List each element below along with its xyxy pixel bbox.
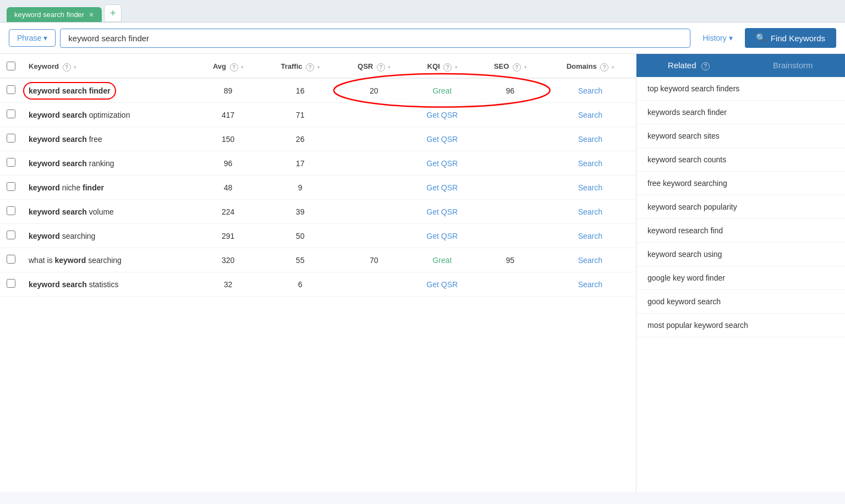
sidebar-item[interactable]: top keyword search finders (637, 77, 845, 101)
select-all-checkbox[interactable] (7, 62, 15, 70)
row-checkbox-cell (0, 127, 22, 151)
row-checkbox[interactable] (7, 134, 15, 143)
sidebar-item-label: keyword search popularity (648, 202, 737, 211)
row-traffic-cell: 50 (261, 224, 339, 248)
search-link[interactable]: Search (578, 135, 602, 144)
row-checkbox[interactable] (7, 182, 15, 191)
keyword-bold: keyword search (29, 207, 87, 216)
search-link[interactable]: Search (578, 86, 602, 95)
sidebar-item[interactable]: keyword research find (637, 219, 845, 243)
keyword-oval-wrap: keyword search finder (29, 86, 111, 95)
row-qsr-cell (339, 200, 409, 224)
avg-sort-icon[interactable]: ▾ (241, 65, 243, 70)
keyword-table: Keyword ? ▾ Avg ? ▾ Traffic ? ▾ (0, 54, 636, 297)
search-link[interactable]: Search (578, 280, 602, 289)
row-avg-cell: 48 (195, 176, 261, 200)
get-qsr-link[interactable]: Get QSR (426, 111, 458, 119)
sidebar-item[interactable]: keywords search finder (637, 101, 845, 124)
keyword-bold: keyword (29, 232, 60, 240)
qsr-info-icon[interactable]: ? (377, 63, 385, 72)
search-input[interactable] (60, 29, 690, 48)
row-seo-cell (476, 103, 545, 127)
row-domains-cell: Search (545, 103, 636, 127)
tab-close-icon[interactable]: ✕ (89, 11, 94, 19)
row-traffic-cell: 9 (261, 176, 339, 200)
qsr-sort-icon[interactable]: ▾ (388, 65, 390, 70)
kqi-info-icon[interactable]: ? (443, 63, 452, 72)
related-info-icon[interactable]: ? (701, 62, 710, 70)
search-link[interactable]: Search (578, 232, 602, 240)
col-domains: Domains ? ▾ (545, 54, 636, 78)
table-row: keyword search free 150 26 Get QSR Searc… (0, 127, 636, 151)
row-checkbox-cell (0, 78, 22, 103)
row-keyword-cell: keyword search optimization (22, 103, 195, 127)
avg-info-icon[interactable]: ? (230, 63, 238, 72)
sidebar-item[interactable]: keyword search popularity (637, 195, 845, 219)
kqi-badge: Great (432, 256, 452, 265)
row-seo-cell (476, 200, 545, 224)
row-traffic-cell: 71 (261, 103, 339, 127)
get-qsr-link[interactable]: Get QSR (426, 183, 458, 192)
row-kqi-cell: Get QSR (409, 200, 476, 224)
row-domains-cell: Search (545, 272, 636, 297)
seo-sort-icon[interactable]: ▾ (524, 65, 526, 70)
domains-sort-icon[interactable]: ▾ (612, 65, 614, 70)
row-kqi-cell: Get QSR (409, 272, 476, 297)
row-keyword-cell: keyword search free (22, 127, 195, 151)
get-qsr-link[interactable]: Get QSR (426, 159, 458, 168)
row-checkbox[interactable] (7, 85, 15, 94)
sidebar-item[interactable]: keyword search counts (637, 148, 845, 172)
row-checkbox[interactable] (7, 109, 15, 118)
sidebar-tab-bar: Related ? Brainstorm (637, 54, 845, 77)
row-checkbox[interactable] (7, 231, 15, 239)
keyword-sort-icon[interactable]: ▾ (74, 65, 76, 70)
row-checkbox[interactable] (7, 206, 15, 215)
search-link[interactable]: Search (578, 183, 602, 192)
get-qsr-link[interactable]: Get QSR (426, 232, 458, 240)
row-checkbox[interactable] (7, 158, 15, 167)
domains-info-icon[interactable]: ? (600, 63, 608, 72)
phrase-dropdown-button[interactable]: Phrase ▾ (9, 29, 56, 47)
row-domains-cell: Search (545, 200, 636, 224)
sidebar-item[interactable]: most popular keyword search (637, 314, 845, 337)
table-row: keyword niche finder 48 9 Get QSR Search (0, 176, 636, 200)
row-qsr-cell (339, 151, 409, 176)
row-checkbox-cell (0, 176, 22, 200)
search-link[interactable]: Search (578, 207, 602, 216)
new-tab-button[interactable]: + (104, 4, 122, 22)
row-avg-cell: 320 (195, 248, 261, 272)
sidebar-item[interactable]: keyword search sites (637, 124, 845, 148)
sidebar-item[interactable]: google key word finder (637, 266, 845, 290)
traffic-sort-icon[interactable]: ▾ (317, 65, 320, 70)
sidebar-item[interactable]: keyword search using (637, 243, 845, 266)
get-qsr-link[interactable]: Get QSR (426, 207, 458, 216)
table-row: what is keyword searching 320 55 70 Grea… (0, 248, 636, 272)
sidebar-item[interactable]: good keyword search (637, 290, 845, 314)
search-link[interactable]: Search (578, 256, 602, 265)
keyword-info-icon[interactable]: ? (63, 63, 71, 72)
row-avg-cell: 32 (195, 272, 261, 297)
history-dropdown-button[interactable]: History ▾ (695, 30, 740, 46)
row-checkbox[interactable] (7, 255, 15, 264)
tab-brainstorm[interactable]: Brainstorm (741, 54, 846, 77)
row-avg-cell: 150 (195, 127, 261, 151)
search-link[interactable]: Search (578, 111, 602, 119)
active-tab[interactable]: keyword search finder ✕ (7, 7, 102, 22)
get-qsr-link[interactable]: Get QSR (426, 280, 458, 289)
find-keywords-button[interactable]: 🔍 Find Keywords (745, 28, 836, 48)
row-checkbox[interactable] (7, 279, 15, 288)
tab-related[interactable]: Related ? (637, 54, 741, 77)
col-seo-label: SEO (494, 62, 509, 70)
seo-info-icon[interactable]: ? (513, 63, 521, 72)
row-avg-cell: 224 (195, 200, 261, 224)
col-traffic: Traffic ? ▾ (261, 54, 339, 78)
traffic-info-icon[interactable]: ? (306, 63, 314, 72)
get-qsr-link[interactable]: Get QSR (426, 135, 458, 144)
seo-value: 96 (506, 86, 514, 95)
keyword-bold: keyword search (29, 111, 87, 119)
search-link[interactable]: Search (578, 159, 602, 168)
row-seo-cell: 95 (476, 248, 545, 272)
kqi-sort-icon[interactable]: ▾ (455, 65, 457, 70)
sidebar-item[interactable]: free keyword searching (637, 172, 845, 195)
row-checkbox-cell (0, 200, 22, 224)
